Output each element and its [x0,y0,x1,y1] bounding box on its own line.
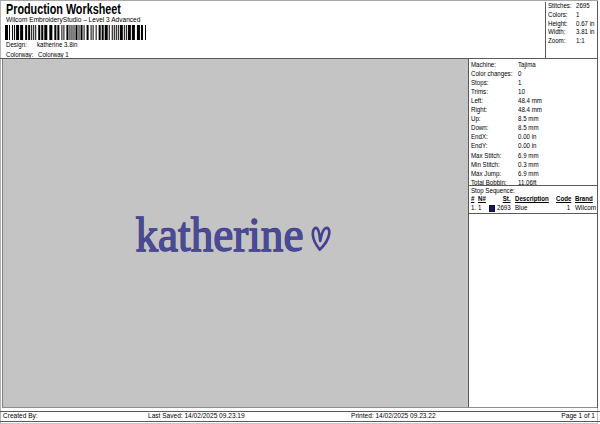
svg-text:katherine: katherine [136,209,304,261]
